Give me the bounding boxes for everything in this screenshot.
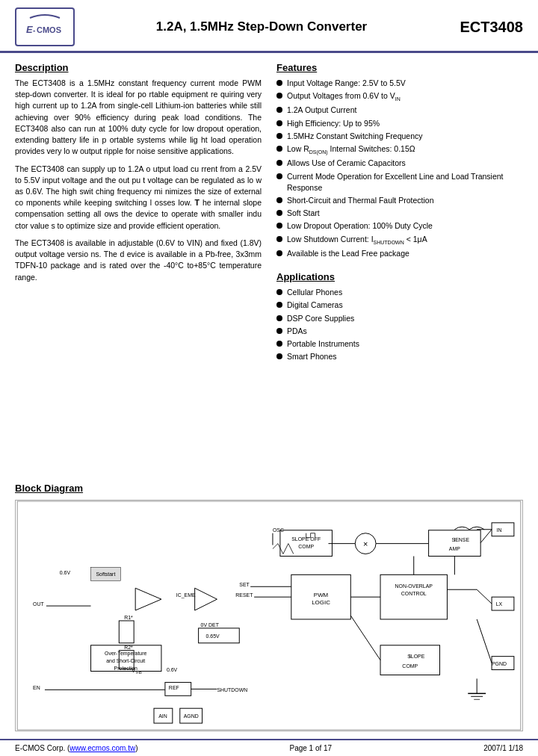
bullet-icon xyxy=(276,197,282,203)
svg-text:Over-Temperature: Over-Temperature xyxy=(105,651,146,657)
desc-para-3: The ECT3408 is available in adjustable (… xyxy=(15,238,262,283)
bullet-icon xyxy=(276,93,282,99)
bullet-icon xyxy=(276,173,282,179)
footer-page: Page 1 of 17 xyxy=(289,744,332,752)
header: E - CMOS 1.2A, 1.5MHz Step-Down Converte… xyxy=(0,0,538,53)
desc-para-2: The ECT3408 can supply up to 1.2A o utpu… xyxy=(15,164,262,232)
bullet-icon xyxy=(276,160,282,166)
svg-text:PGND: PGND xyxy=(492,661,507,666)
svg-line-74 xyxy=(480,530,492,543)
svg-text:AGND: AGND xyxy=(184,713,199,719)
svg-rect-45 xyxy=(119,621,134,643)
svg-text:Softstart: Softstart xyxy=(96,571,115,577)
svg-rect-21 xyxy=(380,645,439,675)
svg-text:LX: LX xyxy=(496,601,503,607)
description-title: Description xyxy=(15,62,262,73)
bullet-icon xyxy=(276,302,282,308)
svg-text:AIN: AIN xyxy=(158,713,167,719)
footer-date: 2007/1 1/18 xyxy=(483,744,523,752)
header-title: 1.2A, 1.5MHz Step-Down Converter xyxy=(75,19,448,34)
svg-text:and Short-Circuit: and Short-Circuit xyxy=(106,658,145,663)
main-content: Description The ECT3408 is a 1.5MHz cons… xyxy=(0,53,538,475)
svg-text:CONTROL: CONTROL xyxy=(401,591,427,596)
svg-text:R1*: R1* xyxy=(124,615,133,620)
svg-line-81 xyxy=(350,616,380,660)
list-item: Input Voltage Range: 2.5V to 5.5V xyxy=(276,78,523,89)
list-item: High Efficiency: Up to 95% xyxy=(276,118,523,129)
bullet-icon xyxy=(276,353,282,359)
svg-line-79 xyxy=(477,589,492,604)
list-item: Soft Start xyxy=(276,208,523,219)
list-item: Digital Cameras xyxy=(276,300,523,311)
svg-text:-: - xyxy=(33,26,35,34)
bullet-icon xyxy=(276,80,282,86)
svg-text:CMOS: CMOS xyxy=(37,25,61,34)
list-item: Current Mode Operation for Excellent Lin… xyxy=(276,171,523,193)
svg-text:0.6V: 0.6V xyxy=(60,570,71,575)
left-column: Description The ECT3408 is a 1.5MHz cons… xyxy=(15,62,262,475)
svg-text:RESET: RESET xyxy=(235,592,253,598)
svg-text:SHUTDOWN: SHUTDOWN xyxy=(217,687,247,693)
svg-rect-4 xyxy=(492,523,514,536)
bullet-icon xyxy=(276,107,282,113)
block-diagram-title: Block Diagram xyxy=(15,483,523,494)
bullet-icon xyxy=(276,236,282,242)
list-item: DSP Core Supplies xyxy=(276,313,523,324)
footer: E-CMOS Corp. (www.ecmos.com.tw) Page 1 o… xyxy=(0,739,538,756)
features-list: Input Voltage Range: 2.5V to 5.5V Output… xyxy=(276,78,523,259)
svg-text:COMP: COMP xyxy=(298,544,314,549)
svg-text:IN: IN xyxy=(497,527,502,533)
svg-text:0.65V: 0.65V xyxy=(206,633,220,639)
svg-rect-17 xyxy=(429,530,481,557)
list-item: Short-Circuit and Thermal Fault Protecti… xyxy=(276,195,523,206)
svg-text:OSC: OSC xyxy=(273,527,284,533)
bullet-icon xyxy=(276,315,282,321)
svg-marker-25 xyxy=(195,588,217,610)
svg-text:FB: FB xyxy=(136,670,142,675)
svg-text:0.6V: 0.6V xyxy=(167,667,178,672)
svg-marker-41 xyxy=(135,588,161,610)
footer-link[interactable]: www.ecmos.com.tw xyxy=(69,744,135,752)
block-diagram-container: IN LX PGND NON-OVERLAP CONTROL PWM LOGIC xyxy=(15,500,523,731)
svg-text:AMP: AMP xyxy=(449,546,460,551)
features-title: Features xyxy=(276,62,523,73)
logo-box: E - CMOS xyxy=(15,7,75,46)
applications-title: Applications xyxy=(276,271,523,282)
svg-text:LOGIC: LOGIC xyxy=(312,599,330,606)
footer-company: E-CMOS Corp. (www.ecmos.com.tw) xyxy=(15,744,137,752)
list-item: Low Dropout Operation: 100% Duty Cycle xyxy=(276,220,523,232)
list-item: Low RDS(ON) Internal Switches: 0.15Ω xyxy=(276,143,523,156)
bullet-icon xyxy=(276,210,282,216)
list-item: 1.5MHz Constant Switching Frequency xyxy=(276,131,523,142)
svg-rect-11 xyxy=(380,574,447,619)
list-item: Smart Phones xyxy=(276,351,523,362)
block-diagram-svg: IN LX PGND NON-OVERLAP CONTROL PWM LOGIC xyxy=(16,501,522,731)
svg-text:EN: EN xyxy=(33,685,40,690)
bullet-icon xyxy=(276,120,282,126)
applications-section: Applications Cellular Phones Digital Cam… xyxy=(276,271,523,362)
svg-text:SET: SET xyxy=(239,582,250,587)
bullet-icon xyxy=(276,223,282,229)
list-item: Output Voltages from 0.6V to VIN xyxy=(276,90,523,103)
bullet-icon xyxy=(276,328,282,334)
svg-text:0V DET: 0V DET xyxy=(201,622,220,628)
svg-text:PWM: PWM xyxy=(314,592,328,598)
list-item: Available is the Lead Free package xyxy=(276,248,523,259)
bullet-icon xyxy=(276,250,282,256)
list-item: Low Shutdown Current: ISHUTDOWN < 1μA xyxy=(276,234,523,247)
block-diagram-section: Block Diagram IN LX PGND NON-OVERLAP CON… xyxy=(0,475,538,739)
svg-rect-7 xyxy=(492,597,514,610)
svg-rect-3 xyxy=(17,501,521,730)
svg-text:×: × xyxy=(363,539,368,548)
svg-text:NON-OVERLAP: NON-OVERLAP xyxy=(395,583,433,589)
logo-svg: E - CMOS xyxy=(22,12,67,42)
svg-text:SENSE: SENSE xyxy=(452,537,470,542)
svg-text:IC_EME: IC_EME xyxy=(176,592,196,598)
list-item: 1.2A Output Current xyxy=(276,105,523,116)
bullet-icon xyxy=(276,146,282,152)
part-number: ECT3408 xyxy=(448,19,523,36)
bullet-icon xyxy=(276,289,282,295)
svg-line-80 xyxy=(477,619,492,663)
logo-area: E - CMOS xyxy=(15,7,75,46)
svg-text:E: E xyxy=(26,24,33,35)
